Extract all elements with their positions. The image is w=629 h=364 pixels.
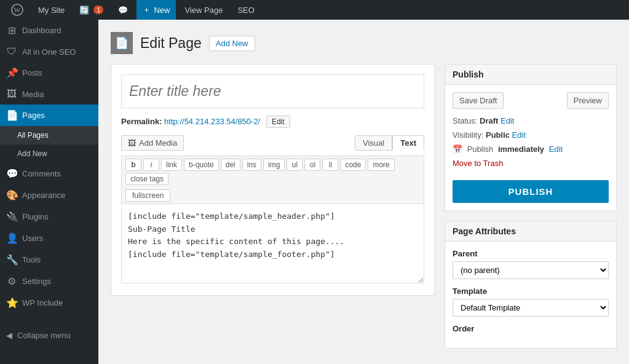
format-more-button[interactable]: more: [368, 159, 394, 171]
parent-field: Parent (no parent): [453, 249, 609, 279]
parent-label: Parent: [453, 249, 609, 258]
page-icon: 📄: [111, 32, 133, 54]
template-label: Template: [453, 287, 609, 296]
fullscreen-button[interactable]: fullscreen: [125, 189, 170, 202]
permalink-bar: Permalink: http://54.214.233.54/850-2/ E…: [121, 116, 424, 128]
page-attributes-body: Parent (no parent) Template Default Temp…: [445, 242, 616, 348]
users-icon: 👤: [6, 232, 17, 244]
admin-bar: W My Site 🔄 1 💬 ＋ New View Page SEO: [0, 0, 629, 20]
publish-time-meta: 📅 Publish immediately Edit: [453, 144, 609, 154]
add-new-page-button[interactable]: Add New: [209, 36, 255, 51]
page-attributes-panel: Page Attributes Parent (no parent) Templ…: [445, 221, 617, 349]
parent-select[interactable]: (no parent): [453, 261, 609, 279]
main-content: 📄 Edit Page Add New Permalink: http://54…: [98, 20, 629, 364]
add-media-button[interactable]: 🖼 Add Media: [121, 135, 184, 151]
sidebar-item-settings[interactable]: ⚙ Settings: [0, 271, 98, 292]
sidebar-item-tools[interactable]: 🔧 Tools: [0, 249, 98, 271]
format-ul-button[interactable]: ul: [287, 159, 303, 171]
posts-icon: 📌: [6, 67, 17, 79]
page-attributes-header: Page Attributes: [445, 221, 616, 242]
visibility-meta: Visibility: Public Edit: [453, 130, 609, 140]
notifications-menu[interactable]: 🔄 1: [73, 0, 109, 20]
format-li-button[interactable]: li: [322, 159, 338, 171]
comments-icon: 💬: [6, 168, 17, 180]
publish-panel: Publish Save Draft Preview Status: Draft…: [445, 64, 617, 211]
format-ol-button[interactable]: ol: [304, 159, 320, 171]
status-edit-link[interactable]: Edit: [500, 116, 514, 125]
format-code-button[interactable]: code: [340, 159, 366, 171]
preview-button[interactable]: Preview: [567, 92, 609, 109]
publish-panel-header: Publish: [445, 65, 616, 85]
editor-sidebar: Publish Save Draft Preview Status: Draft…: [445, 64, 617, 349]
page-header: 📄 Edit Page Add New: [111, 32, 617, 54]
plugins-icon: 🔌: [6, 211, 17, 223]
calendar-icon: 📅: [453, 144, 462, 154]
publish-panel-body: Save Draft Preview Status: Draft Edit Vi…: [445, 85, 616, 210]
format-ins-button[interactable]: ins: [242, 159, 261, 171]
sidebar-item-users[interactable]: 👤 Users: [0, 228, 98, 249]
format-link-button[interactable]: link: [161, 159, 182, 171]
sidebar-item-media[interactable]: 🖼 Media: [0, 84, 98, 105]
page-title: Edit Page: [140, 35, 202, 52]
wp-include-icon: ⭐: [6, 297, 17, 309]
permalink-edit-button[interactable]: Edit: [266, 116, 290, 128]
tools-icon: 🔧: [6, 254, 17, 266]
sidebar-item-dashboard[interactable]: ⊞ Dashboard: [0, 20, 98, 41]
collapse-menu-button[interactable]: ◀ Collapse menu: [0, 326, 98, 345]
status-meta: Status: Draft Edit: [453, 116, 609, 125]
add-media-icon: 🖼: [128, 138, 136, 148]
sidebar-item-comments[interactable]: 💬 Comments: [0, 163, 98, 184]
publish-button[interactable]: PUBLISH: [453, 180, 609, 203]
order-field: Order: [453, 324, 609, 333]
template-select[interactable]: Default Template: [453, 299, 609, 317]
save-draft-button[interactable]: Save Draft: [453, 92, 504, 109]
seo-menu[interactable]: SEO: [231, 0, 260, 20]
sidebar-item-all-in-one-seo[interactable]: 🛡 All in One SEO: [0, 41, 98, 62]
svg-text:W: W: [14, 6, 21, 14]
format-close-tags-button[interactable]: close tags: [125, 173, 168, 185]
settings-icon: ⚙: [6, 275, 17, 287]
order-label: Order: [453, 324, 609, 333]
my-site-menu[interactable]: My Site: [32, 0, 71, 20]
visibility-edit-link[interactable]: Edit: [512, 130, 526, 140]
dashboard-icon: ⊞: [6, 25, 17, 36]
publish-actions: Save Draft Preview: [453, 92, 609, 109]
formatting-toolbar: b i link b-quote del ins img ul ol li co…: [121, 156, 424, 188]
page-content-editor[interactable]: [121, 204, 424, 283]
admin-sidebar: ⊞ Dashboard 🛡 All in One SEO 📌 Posts 🖼 M…: [0, 20, 98, 364]
editor-tab-group: Visual Text: [355, 135, 424, 151]
sidebar-item-pages[interactable]: 📄 Pages: [0, 105, 98, 126]
sidebar-submenu-all-pages[interactable]: All Pages: [0, 126, 98, 144]
page-title-input[interactable]: [121, 74, 424, 108]
view-page-menu[interactable]: View Page: [178, 0, 229, 20]
move-to-trash-link[interactable]: Move to Trash: [453, 159, 503, 168]
format-bquote-button[interactable]: b-quote: [184, 159, 219, 171]
media-icon: 🖼: [6, 89, 17, 100]
sidebar-item-plugins[interactable]: 🔌 Plugins: [0, 206, 98, 228]
permalink-link[interactable]: http://54.214.233.54/850-2/: [164, 117, 260, 126]
seo-icon: 🛡: [6, 46, 17, 57]
appearance-icon: 🎨: [6, 189, 17, 201]
new-menu[interactable]: ＋ New: [136, 0, 176, 20]
content-area: Permalink: http://54.214.233.54/850-2/ E…: [111, 64, 617, 349]
fullscreen-bar: fullscreen: [121, 188, 424, 204]
sidebar-submenu-add-new[interactable]: Add New: [0, 144, 98, 163]
format-del-button[interactable]: del: [221, 159, 240, 171]
collapse-arrow-icon: ◀: [6, 331, 12, 340]
format-img-button[interactable]: img: [263, 159, 285, 171]
sidebar-item-posts[interactable]: 📌 Posts: [0, 62, 98, 84]
page-editor: Permalink: http://54.214.233.54/850-2/ E…: [111, 64, 435, 296]
sidebar-item-appearance[interactable]: 🎨 Appearance: [0, 184, 98, 206]
tab-text[interactable]: Text: [392, 135, 424, 151]
comments-menu[interactable]: 💬: [112, 0, 134, 20]
editor-toolbar-top: 🖼 Add Media Visual Text: [121, 135, 424, 151]
sidebar-item-wp-include[interactable]: ⭐ WP Include: [0, 292, 98, 314]
pages-icon: 📄: [6, 109, 17, 121]
format-italic-button[interactable]: i: [143, 159, 159, 171]
template-field: Template Default Template: [453, 287, 609, 317]
tab-visual[interactable]: Visual: [355, 135, 392, 151]
wp-logo[interactable]: W: [5, 0, 30, 20]
format-bold-button[interactable]: b: [125, 159, 141, 171]
publish-time-edit-link[interactable]: Edit: [549, 144, 563, 154]
